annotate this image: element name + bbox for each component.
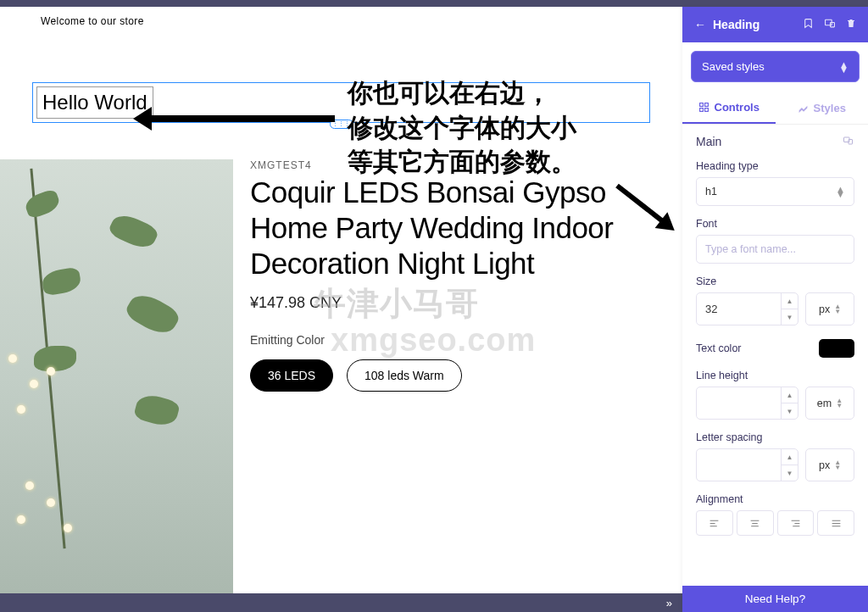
step-up-icon[interactable]: ▲ [782, 449, 798, 465]
font-input[interactable] [705, 243, 845, 255]
svg-rect-2 [699, 103, 703, 107]
align-right-button[interactable] [777, 510, 815, 536]
responsive-icon[interactable] [824, 18, 836, 31]
font-input-wrapper [696, 235, 854, 264]
bookmark-icon[interactable] [803, 18, 814, 31]
responsive-indicator-icon[interactable] [842, 136, 854, 148]
align-left-button[interactable] [696, 510, 733, 536]
line-height-unit-select[interactable]: em ▲▼ [805, 387, 854, 420]
saved-styles-dropdown[interactable]: Saved styles ▲▼ [691, 51, 860, 82]
variant-option-2[interactable]: 108 leds Warm [347, 359, 462, 392]
letter-spacing-unit-select[interactable]: px ▲▼ [805, 448, 854, 481]
section-main: Main Heading type h1 ▲▼ Font Size 32 ▲ ▼ [682, 125, 868, 536]
chevron-updown-icon: ▲▼ [836, 398, 843, 409]
delete-icon[interactable] [846, 18, 856, 31]
size-unit-select[interactable]: px ▲▼ [805, 292, 854, 325]
size-stepper[interactable]: 32 ▲ ▼ [696, 292, 798, 325]
canvas-area: Welcome to our store Hello World ⋮⋮⋮ XMG… [0, 7, 682, 612]
product-details: XMGTEST4 Coquir LEDS Bonsai Gypso Home P… [233, 159, 657, 600]
tab-controls[interactable]: Controls [682, 92, 776, 124]
chevron-updown-icon: ▲▼ [834, 460, 841, 470]
panel-header: ← Heading [682, 7, 868, 42]
label-alignment: Alignment [696, 493, 854, 505]
chevron-updown-icon: ▲▼ [839, 62, 849, 72]
label-line-height: Line height [696, 370, 854, 381]
variant-option-1[interactable]: 36 LEDS [250, 359, 333, 392]
product-section: XMGTEST4 Coquir LEDS Bonsai Gypso Home P… [0, 159, 682, 600]
align-center-button[interactable] [737, 510, 774, 536]
panel-tabs: Controls Styles [682, 92, 868, 125]
panel-title: Heading [713, 18, 760, 31]
styles-icon [798, 103, 809, 114]
heading-type-select[interactable]: h1 ▲▼ [696, 177, 854, 206]
option-label: Emitting Color [250, 333, 657, 347]
announcement-bar: Welcome to our store [0, 7, 682, 36]
tab-styles[interactable]: Styles [776, 92, 869, 124]
product-title: Coquir LEDS Bonsai Gypso Home Party Wedd… [250, 175, 657, 281]
product-price: ¥147.98 CNY [250, 294, 657, 312]
text-color-swatch[interactable] [819, 339, 854, 358]
section-title: Main [696, 135, 721, 148]
chevron-updown-icon: ▲▼ [836, 186, 845, 197]
back-icon[interactable]: ← [694, 18, 706, 31]
annotation-text: 你也可以在右边， 修改这个字体的大小 等其它方面的参数。 [348, 76, 576, 180]
properties-panel: ← Heading Saved styles ▲▼ Controls Style… [682, 7, 868, 612]
app-top-bar [0, 0, 868, 7]
step-down-icon[interactable]: ▼ [782, 403, 798, 419]
controls-icon [698, 102, 709, 113]
step-up-icon[interactable]: ▲ [782, 387, 798, 403]
step-up-icon[interactable]: ▲ [782, 293, 798, 309]
svg-rect-4 [699, 108, 703, 112]
product-image [0, 159, 233, 600]
step-down-icon[interactable]: ▼ [782, 309, 798, 325]
step-down-icon[interactable]: ▼ [782, 465, 798, 481]
align-justify-button[interactable] [817, 510, 854, 536]
label-size: Size [696, 275, 854, 287]
label-font: Font [696, 218, 854, 230]
label-text-color: Text color [696, 342, 742, 354]
need-help-button[interactable]: Need Help? [682, 586, 868, 612]
svg-rect-3 [704, 103, 708, 107]
line-height-stepper[interactable]: ▲ ▼ [696, 387, 798, 420]
expand-icon[interactable]: » [666, 597, 672, 609]
chevron-updown-icon: ▲▼ [834, 304, 841, 314]
label-heading-type: Heading type [696, 160, 854, 172]
label-letter-spacing: Letter spacing [696, 431, 854, 443]
svg-rect-5 [704, 108, 708, 112]
annotation-arrow-left [148, 115, 335, 122]
bottom-bar: » [0, 593, 682, 612]
letter-spacing-stepper[interactable]: ▲ ▼ [696, 448, 798, 481]
